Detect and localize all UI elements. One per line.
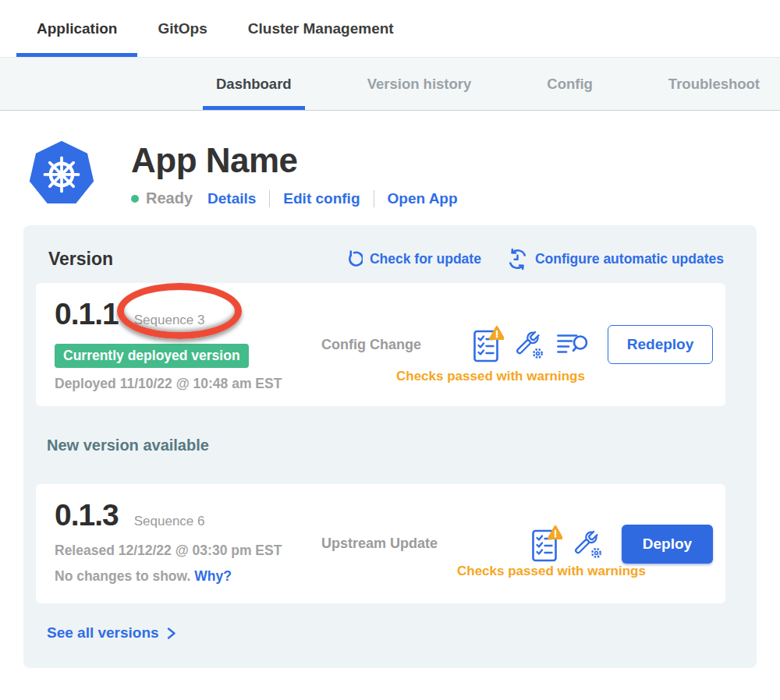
link-open-app[interactable]: Open App [388, 190, 458, 207]
current-sequence-label: Sequence 3 [134, 313, 205, 328]
status-text: Ready [146, 189, 193, 207]
page-title: App Name [131, 141, 458, 180]
tab-application[interactable]: Application [16, 0, 137, 57]
divider [269, 190, 270, 207]
link-edit-config[interactable]: Edit config [283, 190, 360, 207]
primary-nav: Application GitOps Cluster Management [0, 0, 780, 57]
edit-config-icon[interactable] [516, 328, 545, 361]
new-version-number: 0.1.3 [55, 498, 119, 532]
new-version-card: 0.1.3 Sequence 6 Released 12/12/22 @ 03:… [36, 484, 725, 603]
current-version-number: 0.1.1 [55, 297, 119, 331]
new-source-label: Upstream Update [321, 498, 464, 589]
new-sequence-label: Sequence 6 [134, 514, 205, 529]
scheduled-update-icon [507, 249, 528, 270]
chevron-right-icon [167, 627, 176, 640]
no-changes-label: No changes to show. [55, 568, 190, 584]
tab-gitops[interactable]: GitOps [137, 0, 227, 57]
refresh-icon [345, 250, 363, 268]
released-timestamp: Released 12/12/22 @ 03:30 pm EST [55, 543, 321, 559]
link-details[interactable]: Details [207, 190, 256, 207]
warning-triangle-icon [491, 327, 504, 339]
status-row: Ready Details Edit config Open App [131, 189, 458, 207]
view-files-icon[interactable] [557, 333, 590, 356]
tab-version-history[interactable]: Version history [354, 58, 485, 110]
check-for-update-link[interactable]: Check for update [345, 250, 481, 268]
divider [374, 190, 374, 207]
configure-updates-label: Configure automatic updates [535, 251, 724, 267]
preflight-checks-icon[interactable] [473, 326, 504, 363]
tab-dashboard[interactable]: Dashboard [203, 58, 305, 110]
configure-updates-link[interactable]: Configure automatic updates [507, 249, 724, 270]
deploy-button[interactable]: Deploy [622, 525, 713, 564]
new-version-heading: New version available [47, 437, 757, 454]
preflight-checks-icon[interactable] [531, 525, 562, 563]
see-all-versions-link[interactable]: See all versions [47, 624, 176, 642]
tab-troubleshoot[interactable]: Troubleshoot [655, 58, 773, 110]
app-header: App Name Ready Details Edit config Open … [0, 111, 780, 208]
edit-config-icon[interactable] [574, 528, 604, 560]
see-all-versions-label: See all versions [47, 624, 159, 642]
why-link[interactable]: Why? [194, 568, 232, 584]
new-checks-status: Checks passed with warnings [457, 564, 646, 579]
deployed-badge: Currently deployed version [55, 344, 249, 368]
check-for-update-label: Check for update [370, 251, 481, 267]
current-version-card: 0.1.1 Sequence 3 Currently deployed vers… [36, 283, 725, 406]
redeploy-button[interactable]: Redeploy [608, 325, 713, 364]
status-dot [131, 195, 139, 203]
version-heading: Version [48, 249, 113, 270]
version-panel: Version Check for update [23, 225, 757, 668]
warning-triangle-icon [549, 526, 562, 538]
kubernetes-logo [27, 140, 96, 208]
tab-cluster-management[interactable]: Cluster Management [228, 0, 414, 57]
secondary-nav: Dashboard Version history Config Trouble… [0, 57, 780, 111]
tab-config[interactable]: Config [534, 58, 606, 110]
version-panel-header: Version Check for update [23, 225, 757, 270]
deployed-timestamp: Deployed 11/10/22 @ 10:48 am EST [55, 376, 321, 392]
no-changes-text: No changes to show. Why? [55, 568, 321, 585]
current-checks-status: Checks passed with warnings [396, 369, 585, 384]
